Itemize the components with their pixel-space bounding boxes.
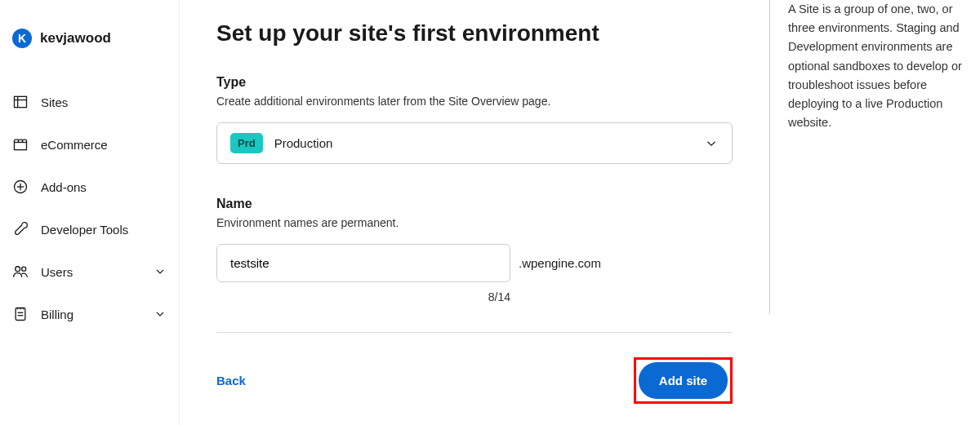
users-icon	[12, 263, 29, 280]
sidebar-item-sites[interactable]: Sites	[12, 81, 167, 123]
add-site-highlight: Add site	[634, 357, 733, 404]
char-counter: 8/14	[216, 290, 510, 303]
sidebar-item-label: Add-ons	[41, 180, 167, 194]
brand: K kevjawood	[12, 29, 167, 48]
brand-name: kevjawood	[40, 30, 111, 46]
sidebar-item-users[interactable]: Users	[12, 250, 167, 293]
svg-rect-3	[15, 143, 27, 150]
add-site-button[interactable]: Add site	[639, 362, 728, 399]
type-hint: Create additional environments later fro…	[216, 95, 733, 108]
sidebar-item-developer-tools[interactable]: Developer Tools	[12, 208, 167, 250]
sidebar-item-label: Billing	[41, 308, 141, 321]
svg-point-7	[16, 267, 20, 272]
ecommerce-icon	[12, 136, 29, 153]
brand-logo: K	[12, 29, 32, 48]
sidebar-item-billing[interactable]: Billing	[12, 293, 167, 335]
chevron-down-icon	[704, 136, 719, 151]
sidebar-item-label: eCommerce	[41, 138, 167, 152]
sites-icon	[12, 94, 29, 110]
developer-tools-icon	[12, 221, 29, 237]
chevron-down-icon	[154, 265, 167, 278]
sidebar-item-label: Developer Tools	[41, 223, 167, 237]
svg-point-8	[22, 267, 26, 271]
chevron-down-icon	[154, 308, 167, 321]
type-label: Type	[216, 75, 733, 90]
sidebar-item-label: Sites	[41, 95, 167, 109]
svg-rect-0	[15, 96, 27, 107]
info-panel: A Site is a group of one, two, or three …	[769, 0, 980, 314]
environment-name-input[interactable]	[216, 244, 510, 282]
billing-icon	[12, 306, 29, 322]
sidebar-item-ecommerce[interactable]: eCommerce	[12, 123, 167, 166]
type-select-value: Production	[274, 136, 693, 150]
addons-icon	[12, 179, 29, 195]
back-button[interactable]: Back	[216, 374, 246, 387]
env-badge: Prd	[230, 133, 263, 153]
domain-suffix: .wpengine.com	[519, 256, 601, 270]
svg-rect-9	[16, 308, 25, 321]
sidebar-item-label: Users	[41, 265, 141, 279]
name-hint: Environment names are permanent.	[216, 216, 733, 229]
info-text: A Site is a group of one, two, or three …	[788, 0, 962, 132]
sidebar-item-addons[interactable]: Add-ons	[12, 166, 167, 208]
page-title: Set up your site's first environment	[216, 20, 733, 46]
name-label: Name	[216, 197, 733, 211]
type-select[interactable]: Prd Production	[216, 122, 733, 164]
